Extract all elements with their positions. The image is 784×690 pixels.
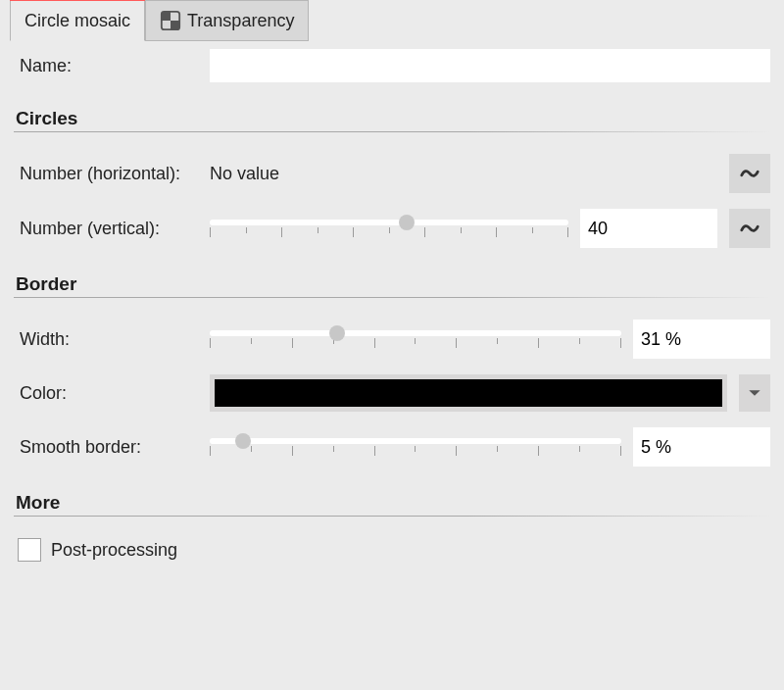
tab-label: Transparency <box>187 11 294 31</box>
section-header-circles: Circles <box>14 108 770 129</box>
post-processing-label: Post-processing <box>51 540 177 561</box>
name-input[interactable] <box>210 49 770 82</box>
smooth-border-label: Smooth border: <box>14 437 210 458</box>
tab-label: Circle mosaic <box>24 11 130 31</box>
name-label: Name: <box>14 56 210 76</box>
smooth-border-spinner[interactable] <box>633 427 770 467</box>
post-processing-checkbox[interactable] <box>18 538 41 562</box>
svg-rect-1 <box>162 12 171 21</box>
tab-transparency[interactable]: Transparency <box>145 0 309 41</box>
color-well[interactable] <box>210 374 727 412</box>
chevron-down-icon <box>749 389 760 397</box>
section-header-border: Border <box>14 273 770 295</box>
num-vertical-input[interactable] <box>580 209 784 248</box>
tab-circle-mosaic[interactable]: Circle mosaic <box>10 0 145 41</box>
color-dropdown-button[interactable] <box>739 374 770 412</box>
num-horizontal-action-button[interactable] <box>729 154 770 193</box>
width-spinner[interactable] <box>633 320 770 359</box>
divider <box>14 516 770 517</box>
smooth-border-slider[interactable] <box>210 429 621 465</box>
divider <box>14 131 770 132</box>
section-header-more: More <box>14 492 770 514</box>
divider <box>14 297 770 298</box>
width-label: Width: <box>14 329 210 350</box>
transparency-icon <box>160 10 181 31</box>
width-input[interactable] <box>633 320 784 359</box>
color-chip <box>215 379 722 407</box>
width-slider[interactable] <box>210 321 621 357</box>
tilde-icon <box>739 163 760 184</box>
num-horizontal-label: Number (horizontal): <box>14 164 210 184</box>
num-vertical-label: Number (vertical): <box>14 219 210 239</box>
num-horizontal-value: No value <box>210 164 279 184</box>
svg-rect-2 <box>171 21 179 29</box>
color-label: Color: <box>14 383 210 404</box>
num-vertical-slider[interactable] <box>210 211 568 246</box>
smooth-border-input[interactable] <box>633 427 784 467</box>
num-vertical-spinner[interactable] <box>580 209 717 248</box>
